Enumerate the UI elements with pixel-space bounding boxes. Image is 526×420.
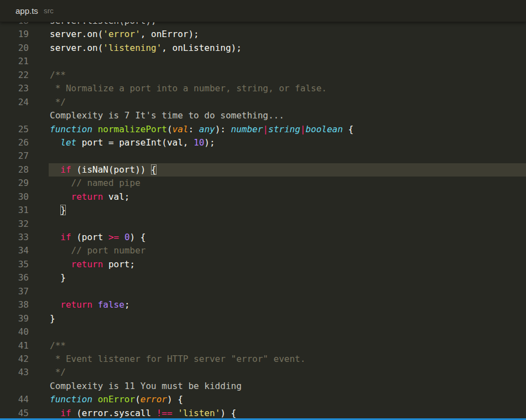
line-number[interactable]: 27 [0,149,49,163]
code-line[interactable]: 20server.on('listening', onListening); [0,42,526,55]
code-line[interactable]: 44function onError(error) { [0,393,526,406]
code-text[interactable]: * Event listener for HTTP server "error"… [49,352,526,366]
code-text[interactable]: server.listen(port); [49,22,526,28]
code-text[interactable]: /** [49,339,526,352]
line-number[interactable]: 35 [0,258,49,271]
code-text[interactable] [49,217,526,231]
code-text[interactable]: return port; [49,258,526,271]
code-line[interactable]: 18server.listen(port); [0,22,526,28]
code-text[interactable]: function normalizePort(val: any): number… [49,123,526,136]
line-number[interactable]: 43 [0,366,49,379]
code-text[interactable]: return false; [49,298,526,312]
line-number[interactable]: 22 [0,69,49,82]
code-line[interactable]: 31 } [0,204,526,217]
line-number[interactable]: 31 [0,204,49,217]
line-number[interactable]: 29 [0,177,49,190]
line-number[interactable]: 23 [0,82,49,95]
line-number[interactable]: 32 [0,217,49,231]
code-line[interactable]: 23 * Normalize a port into a number, str… [0,82,526,95]
code-segment: : [188,124,199,134]
line-number[interactable]: 30 [0,190,49,204]
code-text[interactable]: let port = parseInt(val, 10); [49,136,526,149]
complexity-annotation-text[interactable]: Complexity is 7 It's time to do somethin… [49,109,526,122]
line-number[interactable]: 24 [0,96,49,109]
code-text[interactable]: server.on('error', onError); [49,28,526,41]
code-line[interactable]: 26 let port = parseInt(val, 10); [0,136,526,149]
code-line[interactable]: 28 if (isNaN(port)) { [0,163,526,177]
code-line[interactable]: 21 [0,55,526,68]
code-line[interactable]: 35 return port; [0,258,526,271]
code-line[interactable]: 30 return val; [0,190,526,204]
code-line[interactable]: 19server.on('error', onError); [0,28,526,41]
code-line[interactable]: 41/** [0,339,526,352]
code-text[interactable]: // named pipe [49,177,526,190]
code-segment: 10 [194,137,204,148]
code-line[interactable]: 39} [0,312,526,325]
line-number[interactable]: 37 [0,285,49,298]
code-text[interactable]: server.on('listening', onListening); [49,42,526,55]
code-line[interactable]: 22/** [0,69,526,82]
code-text[interactable]: } [49,271,526,284]
code-segment: (error.syscall [71,408,157,418]
code-lines: 18server.listen(port);19server.on('error… [0,22,526,420]
code-line[interactable]: 24 */ [0,96,526,109]
line-number[interactable]: 21 [0,55,49,68]
line-number[interactable]: 34 [0,244,49,257]
code-segment: ( [135,394,140,405]
code-segment: 0 [124,232,130,242]
code-line[interactable]: 27 [0,149,526,163]
line-number[interactable]: 19 [0,28,49,41]
code-editor[interactable]: 18server.listen(port);19server.on('error… [0,22,526,420]
code-text[interactable] [49,285,526,298]
line-number[interactable]: 26 [0,136,49,149]
line-number[interactable]: 38 [0,298,49,312]
code-text[interactable]: /** [49,69,526,82]
line-number[interactable]: 42 [0,352,49,366]
code-line[interactable]: 32 [0,217,526,231]
complexity-annotation-text[interactable]: Complexity is 11 You must be kidding [49,380,526,393]
code-segment: val; [103,191,129,202]
line-number[interactable]: 18 [0,22,49,28]
line-number[interactable]: 28 [0,163,49,177]
code-segment: | [263,124,268,134]
code-segment: * Normalize a port into a number, string… [50,83,327,94]
code-text[interactable]: * Normalize a port into a number, string… [49,82,526,95]
code-line[interactable]: 43 */ [0,366,526,379]
code-line[interactable]: 40 [0,325,526,339]
line-number[interactable]: 36 [0,271,49,284]
code-line[interactable]: 38 return false; [0,298,526,312]
code-text[interactable]: return val; [49,190,526,204]
annotation-segment: Complexity is 7 It's time to do somethin… [50,110,284,121]
line-number[interactable]: 44 [0,393,49,406]
code-text[interactable]: if (port >= 0) { [49,231,526,244]
code-text[interactable]: if (isNaN(port)) { [49,163,526,177]
code-text[interactable]: */ [49,96,526,109]
code-line[interactable]: 34 // port number [0,244,526,257]
code-segment [50,191,71,202]
code-text[interactable] [49,325,526,339]
code-line[interactable]: 36 } [0,271,526,284]
code-segment: * Event listener for HTTP server "error"… [50,354,305,364]
line-number[interactable]: 20 [0,42,49,55]
file-tab-title[interactable]: app.ts [15,6,38,15]
code-text[interactable]: */ [49,366,526,379]
code-text[interactable]: } [49,204,526,217]
code-text[interactable]: // port number [49,244,526,257]
code-text[interactable] [49,55,526,68]
complexity-annotation-line[interactable]: Complexity is 11 You must be kidding [0,380,526,393]
code-line[interactable]: 37 [0,285,526,298]
code-line[interactable]: 29 // named pipe [0,177,526,190]
code-line[interactable]: 25function normalizePort(val: any): numb… [0,123,526,136]
line-number[interactable]: 39 [0,312,49,325]
code-text[interactable]: function onError(error) { [49,393,526,406]
line-number[interactable]: 25 [0,123,49,136]
line-number[interactable]: 33 [0,231,49,244]
code-line[interactable]: 33 if (port >= 0) { [0,231,526,244]
code-text[interactable] [49,149,526,163]
code-line[interactable]: 42 * Event listener for HTTP server "err… [0,352,526,366]
line-number[interactable]: 41 [0,339,49,352]
complexity-annotation-line[interactable]: Complexity is 7 It's time to do somethin… [0,109,526,122]
code-text[interactable]: } [49,312,526,325]
code-segment [50,137,60,148]
line-number[interactable]: 40 [0,325,49,339]
